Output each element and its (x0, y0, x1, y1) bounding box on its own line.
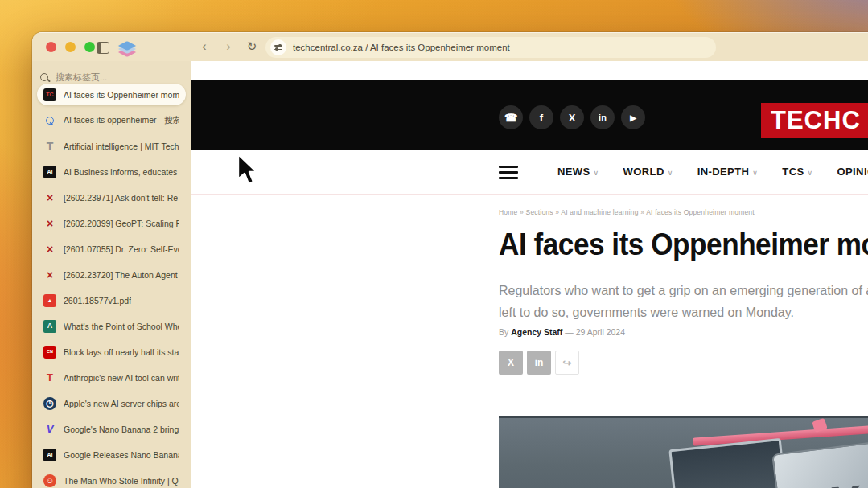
search-icon (40, 73, 48, 81)
dek-line-1: Regulators who want to get a grip on an … (499, 280, 868, 301)
tab-item[interactable]: ×[2602.23971] Ask don't tell: Re (37, 187, 186, 208)
tab-label: The Man Who Stole Infinity | Qu (64, 476, 179, 486)
fullscreen-button[interactable] (84, 42, 95, 52)
tab-item[interactable]: CNBlock lays off nearly half its sta (37, 341, 186, 363)
tab-item[interactable]: ×[2602.20399] GeoPT: Scaling F (37, 212, 186, 234)
article-dek: Regulators who want to get a grip on an … (499, 280, 868, 323)
browser-titlebar: ‹ › ↻ techcentral.co.za / AI faces its O… (32, 32, 868, 61)
red-cn-favicon: CN (43, 346, 56, 359)
tab-item[interactable]: ☺The Man Who Stole Infinity | Qu (37, 470, 186, 488)
browser-window: ‹ › ↻ techcentral.co.za / AI faces its O… (32, 32, 868, 488)
dek-line-2: left to do so, governments were warned o… (499, 301, 868, 323)
site-logo[interactable]: TECHC (761, 103, 868, 138)
close-button[interactable] (46, 42, 56, 52)
tab-label: [2602.20399] GeoPT: Scaling F (64, 219, 179, 228)
arxiv-favicon: × (43, 217, 56, 230)
forward-button[interactable]: › (220, 38, 237, 55)
tab-label: Artificial intelligence | MIT Tech (64, 141, 179, 151)
author-link[interactable]: Agency Staff (511, 327, 562, 337)
menu-icon[interactable] (499, 166, 518, 182)
tc-favicon: TC (43, 88, 56, 101)
article-hero-image: X (499, 416, 868, 488)
nav-item-news[interactable]: NEWS∨ (557, 166, 599, 178)
facebook-icon[interactable]: f (529, 105, 553, 129)
tab-item[interactable]: AI faces its oppenheimer - 搜索 (37, 109, 186, 131)
tab-label: AI faces its oppenheimer - 搜索 (64, 115, 179, 126)
share-forward-button[interactable]: ↪ (555, 351, 579, 375)
tab-item[interactable]: ×[2602.23720] The Auton Agent (37, 264, 186, 285)
arxiv-favicon: × (43, 269, 56, 281)
header-social-icons: ☎fXin▶ (499, 105, 645, 129)
pdf-favicon: ▲ (43, 294, 56, 307)
tab-item[interactable]: AIAI Business informs, educates & (37, 161, 186, 182)
arxiv-favicon: × (43, 243, 56, 256)
hero-x-mark: X (829, 474, 863, 488)
article-date: — 29 April 2024 (565, 327, 625, 337)
tab-item[interactable]: ▲2601.18577v1.pdf (37, 289, 186, 311)
red-t-favicon: T (43, 371, 56, 384)
nav-item-in-depth[interactable]: IN-DEPTH∨ (697, 166, 759, 178)
tab-item[interactable]: TArtificial intelligence | MIT Tech (37, 135, 186, 157)
desktop: { "browser": { "url": "techcentral.co.za… (0, 0, 868, 488)
tab-item[interactable]: TCAI faces its Oppenheimer moment (37, 84, 186, 105)
chevron-down-icon: ∨ (668, 169, 673, 177)
tab-label: [2602.23971] Ask don't tell: Re (64, 193, 178, 203)
hero-screen-panel (668, 438, 787, 488)
webpage: ☎fXin▶ TECHC NEWS∨WORLD∨IN-DEPTH∨TCS∨OPI… (191, 61, 868, 488)
article-byline: By Agency Staff — 29 April 2024 (499, 327, 625, 337)
youtube-icon[interactable]: ▶ (621, 105, 645, 129)
chevron-down-icon: ∨ (752, 169, 758, 177)
tab-label: 2601.18577v1.pdf (64, 296, 131, 306)
mouse-cursor (236, 154, 260, 187)
article-title: AI faces its Oppenheimer moment (499, 227, 868, 262)
x-icon[interactable]: X (560, 105, 584, 129)
sidebar-toggle-icon[interactable] (97, 42, 109, 54)
linkedin-icon[interactable]: in (590, 105, 615, 129)
site-settings-icon[interactable] (270, 39, 286, 55)
hero-machine-body: X (771, 437, 868, 488)
ai-favicon: AI (43, 166, 56, 178)
tab-item[interactable]: ×[2601.07055] Dr. Zero: Self-Evo (37, 238, 186, 260)
tab-label: Google Releases Nano Banana (64, 450, 179, 460)
arxiv-favicon: × (43, 191, 56, 204)
tab-item[interactable]: AIGoogle Releases Nano Banana (37, 444, 186, 465)
back-button[interactable]: ‹ (195, 38, 213, 55)
share-linkedin-button[interactable]: in (527, 351, 551, 375)
tab-label: Apple's new AI server chips are (64, 399, 179, 408)
face-favicon: ☺ (43, 474, 56, 487)
tab-label: AI faces its Oppenheimer moment (64, 90, 179, 100)
chevron-down-icon: ∨ (808, 169, 813, 177)
green-a-favicon: A (43, 320, 56, 333)
nav-item-opinion[interactable]: OPINION (837, 166, 868, 178)
tab-item[interactable]: ◷Apple's new AI server chips are (37, 392, 186, 414)
share-x-button[interactable]: X (499, 351, 523, 375)
tab-stack-icon[interactable] (121, 41, 135, 55)
mit-t-favicon: T (43, 140, 56, 153)
breadcrumb[interactable]: Home » Sections » AI and machine learnin… (499, 208, 755, 216)
minimize-button[interactable] (65, 42, 76, 52)
tab-label: What's the Point of School Whe (64, 322, 179, 331)
tab-label: [2602.23720] The Auton Agent (64, 270, 178, 280)
search-favicon (43, 114, 56, 127)
verge-v-favicon: V (43, 423, 56, 436)
tab-label: Block lays off nearly half its sta (64, 347, 179, 357)
tab-label: Google's Nano Banana 2 brings (64, 424, 179, 434)
site-header-banner: ☎fXin▶ TECHC (191, 80, 868, 150)
main-nav: NEWS∨WORLD∨IN-DEPTH∨TCS∨OPINION (557, 150, 868, 194)
site-navbar: NEWS∨WORLD∨IN-DEPTH∨TCS∨OPINION (191, 150, 868, 195)
nav-item-tcs[interactable]: TCS∨ (782, 166, 812, 178)
ai-favicon: AI (43, 449, 56, 461)
tab-item[interactable]: TAnthropic's new AI tool can writ (37, 367, 186, 388)
address-bar[interactable]: techcentral.co.za / AI faces its Oppenhe… (265, 37, 716, 58)
tab-label: AI Business informs, educates & (64, 167, 179, 177)
whatsapp-icon[interactable]: ☎ (499, 105, 523, 129)
byline-prefix: By (499, 327, 508, 337)
nav-item-world[interactable]: WORLD∨ (623, 166, 673, 178)
chevron-down-icon: ∨ (594, 169, 599, 177)
reload-button[interactable]: ↻ (243, 38, 261, 55)
tab-item[interactable]: AWhat's the Point of School Whe (37, 315, 186, 337)
url-text: techcentral.co.za / AI faces its Oppenhe… (293, 43, 510, 52)
tab-item[interactable]: VGoogle's Nano Banana 2 brings (37, 418, 186, 440)
tab-label: Anthropic's new AI tool can writ (64, 373, 179, 383)
clock-favicon: ◷ (43, 397, 56, 410)
